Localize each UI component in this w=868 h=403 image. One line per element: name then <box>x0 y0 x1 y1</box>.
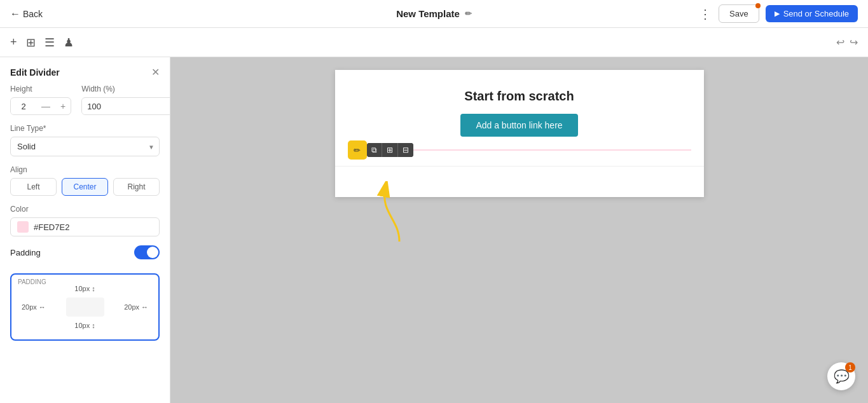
toolbar-left: + ⊞ ☰ ♟ <box>10 36 74 50</box>
toolbar-right: ↩ ↪ <box>836 36 858 48</box>
chat-badge: 1 <box>845 362 855 372</box>
padding-bottom-value: 10px ↕ <box>22 322 148 329</box>
back-label: Back <box>23 9 43 19</box>
divider-delete-button[interactable]: ⊟ <box>398 143 413 157</box>
title-edit-icon[interactable]: ✏ <box>465 9 472 18</box>
color-swatch <box>17 221 29 233</box>
width-input[interactable] <box>82 99 170 114</box>
email-canvas: Start from scratch Add a button link her… <box>335 70 704 197</box>
chat-bubble[interactable]: 💬 1 <box>827 362 855 390</box>
padding-toggle-field: Padding <box>0 245 170 268</box>
color-label: Color <box>10 205 160 214</box>
align-right-button[interactable]: Right <box>113 178 160 196</box>
add-icon[interactable]: + <box>10 36 17 49</box>
align-group: Left Center Right <box>10 178 160 196</box>
padding-inner-box <box>66 297 104 317</box>
top-nav-right: ⋮ Save ▶ Send or Schedule <box>699 4 858 23</box>
template-title: New Template <box>396 8 460 19</box>
height-plus-button[interactable]: + <box>55 98 71 114</box>
divider-toolbar: ✏ ⧉ ⊞ ⊟ <box>348 140 413 160</box>
width-label: Width (%) <box>81 85 170 93</box>
edit-divider-panel: Edit Divider ✕ Height — + Width (%) <box>0 57 170 403</box>
divider-action-buttons: ⧉ ⊞ ⊟ <box>367 143 413 157</box>
back-arrow-icon: ← <box>10 8 20 20</box>
color-field: Color #FED7E2 <box>0 205 170 245</box>
canvas-content: Start from scratch Add a button link her… <box>335 70 704 167</box>
padding-top-value: 10px ↕ <box>22 285 148 292</box>
redo-button[interactable]: ↪ <box>850 36 858 48</box>
toggle-knob <box>147 247 158 258</box>
save-notification-dot <box>755 3 761 8</box>
padding-box: PADDING 10px ↕ 20px ↔ 20px ↔ <box>10 273 160 341</box>
height-minus-button[interactable]: — <box>36 98 55 114</box>
layers-icon[interactable]: ⊞ <box>26 36 36 50</box>
align-field: Align Left Center Right <box>0 165 170 205</box>
save-button[interactable]: Save <box>719 4 759 23</box>
line-type-label: Line Type* <box>10 124 160 133</box>
height-field: Height — + <box>10 85 71 115</box>
height-width-field: Height — + Width (%) — + <box>0 85 170 124</box>
send-schedule-button[interactable]: ▶ Send or Schedule <box>766 5 858 22</box>
align-label: Align <box>10 165 160 174</box>
color-hex-value: #FED7E2 <box>34 222 69 232</box>
hw-row: Height — + Width (%) — + <box>10 85 160 115</box>
color-picker[interactable]: #FED7E2 <box>10 217 160 236</box>
line-type-select[interactable]: Solid Dashed Dotted <box>10 137 160 156</box>
padding-top: 10px ↕ <box>22 285 148 292</box>
panel-close-button[interactable]: ✕ <box>151 66 160 78</box>
main-layout: Edit Divider ✕ Height — + Width (%) <box>0 57 868 403</box>
back-button[interactable]: ← Back <box>10 8 43 20</box>
filter-icon[interactable]: ☰ <box>45 36 55 50</box>
padding-right-value: 20px ↔ <box>124 303 148 311</box>
divider-line <box>373 149 691 151</box>
top-nav: ← Back New Template ✏ ⋮ Save ▶ Send or S… <box>0 0 868 28</box>
top-nav-left: ← Back <box>10 8 43 20</box>
line-type-field: Line Type* Solid Dashed Dotted ▼ <box>0 124 170 165</box>
divider-edit-button[interactable]: ✏ <box>348 140 367 160</box>
pencil-icon: ✏ <box>354 146 361 155</box>
padding-middle: 20px ↔ 20px ↔ <box>22 297 148 317</box>
padding-box-label: PADDING <box>18 278 46 285</box>
undo-button[interactable]: ↩ <box>836 36 844 48</box>
align-center-button[interactable]: Center <box>62 178 108 196</box>
top-nav-center: New Template ✏ <box>396 8 472 19</box>
padding-toggle[interactable] <box>134 245 160 259</box>
padding-left-value: 20px ↔ <box>22 303 46 311</box>
divider-row: ✏ ⧉ ⊞ ⊟ <box>348 147 691 153</box>
more-button[interactable]: ⋮ <box>699 6 712 22</box>
divider-duplicate-button[interactable]: ⧉ <box>367 143 382 157</box>
canvas-area: Start from scratch Add a button link her… <box>170 57 868 403</box>
align-left-button[interactable]: Left <box>10 178 57 196</box>
toolbar: + ⊞ ☰ ♟ ↩ ↪ <box>0 28 868 57</box>
divider-move-button[interactable]: ⊞ <box>382 143 398 157</box>
send-icon: ▶ <box>775 10 780 18</box>
panel-title: Edit Divider <box>10 67 60 78</box>
height-label: Height <box>10 85 71 93</box>
user-icon[interactable]: ♟ <box>64 36 74 50</box>
canvas-title: Start from scratch <box>348 89 691 104</box>
panel-header: Edit Divider ✕ <box>0 57 170 85</box>
width-input-wrap: — + <box>81 97 170 115</box>
height-input-wrap: — + <box>10 97 71 115</box>
width-field: Width (%) — + <box>81 85 170 115</box>
padding-box-section: PADDING 10px ↕ 20px ↔ 20px ↔ <box>0 268 170 351</box>
add-button-link[interactable]: Add a button link here <box>460 114 577 137</box>
padding-bottom: 10px ↕ <box>22 322 148 329</box>
height-input[interactable] <box>11 99 36 114</box>
padding-label: Padding <box>10 248 41 257</box>
line-type-select-wrap: Solid Dashed Dotted ▼ <box>10 137 160 156</box>
